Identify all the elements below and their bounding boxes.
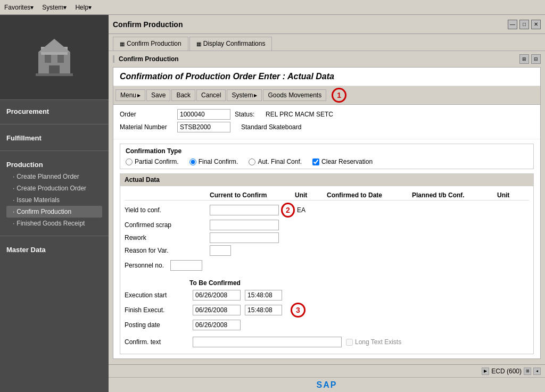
status-bar-icon-left[interactable]: ▶	[482, 368, 489, 375]
col-header-unit: Unit	[295, 191, 327, 199]
table-header: Current to Confirm Unit Confirmed to Dat…	[125, 190, 529, 201]
conf-type-title: Confirmation Type	[126, 147, 528, 155]
section-header-title: Confirm Production	[113, 55, 179, 63]
tbc-title: To Be Confirmed	[125, 279, 305, 287]
radio-group: Partial Confirm. Final Confirm. Aut. Fin…	[126, 158, 528, 165]
sidebar-item-create-planned-order[interactable]: Create Planned Order	[6, 171, 102, 182]
window-close-btn[interactable]: ✕	[531, 20, 541, 29]
long-text-checkbox-label[interactable]: Long Text Exists	[346, 338, 401, 346]
order-label: Order	[120, 111, 173, 118]
yield-input-group: 2	[210, 203, 295, 218]
form-title-area: Confirmation of Production Order Enter :…	[113, 68, 540, 86]
radio-final-label: Final Confirm.	[199, 158, 238, 165]
radio-partial-input[interactable]	[126, 159, 133, 165]
confirmation-type-section: Confirmation Type Partial Confirm. Final…	[120, 144, 534, 169]
tab-label-display-confirmations: Display Confirmations	[203, 40, 266, 47]
window-maximize-btn[interactable]: □	[519, 20, 529, 29]
table-row-yield: Yield to conf. 2 EA	[125, 203, 529, 218]
long-text-checkbox[interactable]	[346, 339, 353, 346]
tab-bar: ▦ Confirm Production ▦ Display Confirmat…	[109, 34, 545, 51]
status-bar-icon-right1[interactable]: ⊞	[524, 368, 531, 375]
rework-label: Rework	[125, 234, 210, 241]
toolbar-system-btn[interactable]: System ▶	[227, 89, 262, 101]
section-header-icons: ⊞ ⊟	[519, 54, 541, 64]
step-circle-3: 3	[291, 303, 305, 318]
col-header-current: Current to Confirm	[210, 191, 295, 199]
section-icon-btn-2[interactable]: ⊟	[531, 54, 541, 64]
tbc-execution-start-row: Execution start	[125, 290, 305, 301]
radio-auto-final-input[interactable]	[249, 159, 255, 165]
status-label: Status:	[235, 111, 261, 118]
toolbar-cancel-btn[interactable]: Cancel	[196, 89, 226, 101]
yield-input[interactable]	[210, 205, 279, 215]
table-row-rework: Rework	[125, 232, 529, 243]
material-input[interactable]	[177, 122, 230, 132]
toolbar: Menu ▶ Save Back Cancel System ▶	[113, 86, 540, 105]
execution-start-time-input[interactable]	[245, 290, 282, 301]
toolbar-save-btn[interactable]: Save	[146, 89, 170, 101]
yield-unit: EA	[295, 206, 327, 214]
sidebar-title-master-data[interactable]: Master Data	[6, 243, 102, 256]
posting-date-input[interactable]	[193, 320, 241, 330]
personnel-input[interactable]	[170, 260, 202, 271]
finish-execut-time-input[interactable]	[245, 305, 282, 315]
section-icon-btn-1[interactable]: ⊞	[519, 54, 529, 64]
status-bar-icon-right2[interactable]: ◂	[533, 368, 541, 375]
status-values: REL PRC MACM SETC	[266, 111, 333, 118]
toolbar-back-btn[interactable]: Back	[171, 89, 195, 101]
tab-icon-confirm: ▦	[120, 41, 125, 47]
execution-start-date-input[interactable]	[193, 290, 241, 301]
radio-auto-final[interactable]: Aut. Final Conf.	[249, 158, 302, 165]
sidebar-item-finished-goods-receipt[interactable]: Finished Goods Receipt	[6, 218, 102, 229]
sidebar-item-create-production-order[interactable]: Create Production Order	[6, 182, 102, 194]
finish-execut-date-input[interactable]	[193, 305, 241, 315]
sidebar-title-fulfillment[interactable]: Fulfillment	[6, 131, 102, 144]
radio-partial[interactable]: Partial Confirm.	[126, 158, 179, 165]
order-input[interactable]	[177, 109, 230, 120]
sidebar-title-procurement[interactable]: Procurement	[6, 104, 102, 118]
svg-rect-6	[36, 73, 73, 76]
sidebar-section-procurement: Procurement	[0, 100, 109, 122]
confirm-text-input[interactable]	[193, 337, 342, 347]
yield-label: Yield to conf.	[125, 206, 210, 214]
reason-input[interactable]	[210, 245, 231, 256]
reason-label: Reason for Var.	[125, 247, 210, 254]
col-header-confirmed-date: Confirmed to Date	[327, 191, 412, 199]
rework-input[interactable]	[210, 232, 279, 243]
tbc-content: To Be Confirmed Execution start Finish E…	[125, 279, 529, 332]
sap-footer: SAP	[109, 377, 545, 392]
menu-help[interactable]: Help▾	[75, 4, 92, 11]
section-header: Confirm Production ⊞ ⊟	[111, 53, 543, 65]
menu-favorites[interactable]: Favorites▾	[4, 4, 34, 11]
svg-marker-5	[38, 39, 70, 52]
radio-partial-label: Partial Confirm.	[135, 158, 179, 165]
material-row: Material Number Standard Skateboard	[120, 122, 534, 132]
tab-display-confirmations[interactable]: ▦ Display Confirmations	[189, 37, 272, 51]
content-area: Confirm Production — □ ✕ ▦ Confirm Produ…	[109, 15, 545, 392]
window-controls: — □ ✕	[508, 20, 541, 29]
sidebar-item-issue-materials[interactable]: Issue Materials	[6, 194, 102, 206]
form-container: Confirmation of Production Order Enter :…	[113, 67, 541, 359]
long-text-label: Long Text Exists	[355, 338, 401, 346]
step-circle-1: 1	[332, 88, 346, 103]
window-minimize-btn[interactable]: —	[508, 20, 517, 29]
form-title-text: Confirmation of Production Order Enter :…	[120, 72, 334, 81]
toolbar-goods-btn[interactable]: Goods Movements	[263, 89, 326, 101]
tab-icon-display: ▦	[196, 41, 201, 47]
sidebar-title-production[interactable]: Production	[6, 157, 102, 171]
checkbox-clear-reservation[interactable]: Clear Reservation	[312, 158, 373, 165]
tab-label-confirm-production: Confirm Production	[127, 40, 181, 47]
sidebar-logo	[0, 15, 109, 100]
radio-final-input[interactable]	[189, 159, 196, 165]
tbc-posting-date-row: Posting date	[125, 320, 305, 330]
sidebar-item-confirm-production[interactable]: Confirm Production	[6, 206, 102, 218]
radio-final[interactable]: Final Confirm.	[189, 158, 238, 165]
clear-reservation-checkbox[interactable]	[312, 159, 319, 165]
menu-system[interactable]: System▾	[42, 4, 67, 11]
material-label: Material Number	[120, 123, 173, 131]
tab-confirm-production[interactable]: ▦ Confirm Production	[113, 37, 188, 51]
toolbar-menu-btn[interactable]: Menu ▶	[115, 89, 145, 101]
tbc-finish-execut-row: Finish Execut. 3	[125, 303, 305, 318]
radio-auto-final-label: Aut. Final Conf.	[258, 158, 302, 165]
scrap-input[interactable]	[210, 220, 279, 230]
